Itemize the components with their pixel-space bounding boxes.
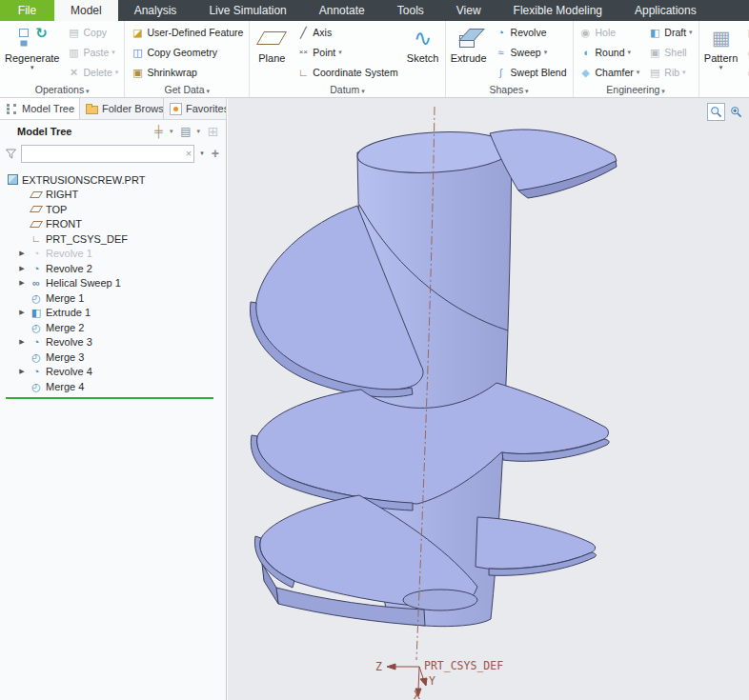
pattern-button[interactable]: Pattern▾ bbox=[701, 22, 741, 83]
coordinate-system-button[interactable]: Coordinate System bbox=[294, 64, 399, 81]
chamfer-button[interactable]: Chamfer▾ bbox=[577, 64, 642, 81]
expander-icon[interactable]: ▶ bbox=[17, 368, 27, 375]
tab-annotate[interactable]: Annotate bbox=[303, 0, 381, 21]
tree-item-merge-1[interactable]: Merge 1 bbox=[6, 290, 226, 306]
shrinkwrap-button[interactable]: Shrinkwrap bbox=[129, 64, 245, 81]
extrude-big-icon bbox=[451, 24, 487, 52]
group-label-get-data[interactable]: Get Data ▾ bbox=[127, 83, 247, 97]
expander-icon[interactable]: ▶ bbox=[17, 279, 27, 287]
shell-label: Shell bbox=[664, 47, 686, 58]
expander-icon[interactable]: ▶ bbox=[17, 338, 27, 346]
pattern-icon bbox=[704, 24, 739, 52]
expander-icon[interactable]: ▶ bbox=[17, 309, 27, 316]
tree-display-dropdown-icon[interactable]: ▾ bbox=[196, 128, 200, 135]
group-label-engineering[interactable]: Engineering ▾ bbox=[576, 83, 697, 97]
tree-item-label: EXTRUSIONSCREW.PRT bbox=[22, 174, 145, 186]
model-tree-header: Model Tree ▾ ▾ bbox=[0, 120, 226, 142]
swept-blend-button[interactable]: Swept Blend bbox=[493, 64, 569, 81]
dropdown-arrow-icon[interactable]: ▾ bbox=[30, 64, 34, 71]
revolve-icon bbox=[30, 263, 43, 274]
user-defined-feature-button[interactable]: User-Defined Feature bbox=[129, 24, 245, 41]
tab-flexible-modeling[interactable]: Flexible Modeling bbox=[497, 0, 618, 21]
tree-item-prt-csys-def[interactable]: PRT_CSYS_DEF bbox=[6, 231, 226, 247]
draft-button[interactable]: Draft▾ bbox=[646, 24, 694, 41]
tree-item-label: Helical Sweep 1 bbox=[46, 277, 121, 289]
zoom-window-button[interactable] bbox=[707, 103, 725, 121]
tree-item-merge-4[interactable]: Merge 4 bbox=[6, 379, 226, 394]
clear-search-icon[interactable]: × bbox=[186, 147, 192, 160]
mirror-button[interactable]: Mirror bbox=[744, 24, 749, 41]
expander-icon[interactable]: ▶ bbox=[17, 265, 27, 272]
tree-item-label: Merge 3 bbox=[46, 351, 84, 363]
tab-tools[interactable]: Tools bbox=[381, 0, 440, 21]
tree-item-top[interactable]: TOP bbox=[6, 202, 226, 217]
delete-button[interactable]: Delete▾ bbox=[66, 64, 121, 81]
tab-applications[interactable]: Applications bbox=[618, 0, 713, 21]
navigator-tab-model-tree[interactable]: Model Tree bbox=[0, 98, 80, 119]
hole-button[interactable]: Hole bbox=[577, 24, 642, 41]
tree-item-merge-3[interactable]: Merge 3 bbox=[6, 350, 226, 365]
dropdown-arrow-icon[interactable]: ▾ bbox=[719, 64, 723, 71]
tree-item-revolve-3[interactable]: ▶Revolve 3 bbox=[6, 335, 226, 350]
group-label-operations[interactable]: Operations ▾ bbox=[2, 83, 122, 97]
tab-file[interactable]: File bbox=[0, 0, 54, 21]
navigator-tab-label: Model Tree bbox=[22, 103, 74, 114]
add-filter-icon[interactable]: + bbox=[210, 147, 221, 160]
shell-button[interactable]: Shell bbox=[646, 44, 694, 61]
dropdown-arrow-icon: ▾ bbox=[111, 49, 115, 56]
tree-item-helical-sweep-1[interactable]: ▶Helical Sweep 1 bbox=[6, 276, 226, 291]
tab-live-simulation[interactable]: Live Simulation bbox=[192, 0, 302, 21]
trim-button[interactable]: Trim bbox=[744, 44, 749, 61]
tab-model[interactable]: Model bbox=[54, 0, 118, 21]
merge-button[interactable]: Merge bbox=[744, 64, 749, 81]
regenerate-button[interactable]: Regenerate▾ bbox=[2, 22, 63, 83]
graphics-viewport[interactable]: Z Y X PRT_CSYS_DEF bbox=[228, 98, 749, 700]
tree-item-right[interactable]: RIGHT bbox=[6, 188, 226, 203]
paste-button[interactable]: Paste▾ bbox=[66, 44, 121, 61]
revolve-icon bbox=[30, 336, 43, 348]
tree-item-extrusionscrew-prt[interactable]: EXTRUSIONSCREW.PRT bbox=[6, 172, 226, 188]
tree-item-revolve-2[interactable]: ▶Revolve 2 bbox=[6, 261, 226, 276]
copy-geometry-button[interactable]: Copy Geometry bbox=[129, 44, 245, 61]
point-label: Point bbox=[313, 47, 335, 58]
navigator-tab-folder-browser[interactable]: Folder Browser bbox=[80, 98, 164, 119]
tree-item-front[interactable]: FRONT bbox=[6, 217, 226, 232]
group-label-editing[interactable]: Editing ▾ bbox=[701, 83, 749, 97]
creo-window: File ModelAnalysisLive SimulationAnnotat… bbox=[0, 0, 749, 700]
copy-icon bbox=[68, 26, 81, 39]
revolve-button[interactable]: Revolve bbox=[493, 24, 569, 41]
sweep-button[interactable]: Sweep▾ bbox=[493, 44, 569, 61]
plane-button[interactable]: Plane bbox=[252, 22, 292, 83]
ribbon-group-editing: Pattern▾MirrorTrimMergeExtendOffsetInter… bbox=[699, 21, 749, 97]
tree-settings-dropdown-icon[interactable]: ▾ bbox=[170, 128, 173, 135]
search-dropdown-icon[interactable]: ▾ bbox=[198, 148, 206, 159]
tree-search-input[interactable] bbox=[21, 145, 194, 163]
paste-icon bbox=[68, 46, 81, 59]
expander-icon[interactable]: ▶ bbox=[17, 250, 27, 257]
round-button[interactable]: Round▾ bbox=[577, 44, 642, 61]
tree-display-icon[interactable] bbox=[178, 124, 192, 138]
tree-settings-icon[interactable] bbox=[152, 124, 166, 138]
group-dropdown-icon: ▾ bbox=[659, 88, 664, 94]
group-label-shapes[interactable]: Shapes ▾ bbox=[448, 83, 571, 97]
point-button[interactable]: Point▾ bbox=[294, 44, 399, 61]
navigator-tab-favorites[interactable]: Favorites bbox=[164, 98, 227, 119]
insert-here-line[interactable] bbox=[6, 397, 213, 399]
tab-view[interactable]: View bbox=[440, 0, 497, 21]
tree-item-revolve-4[interactable]: ▶Revolve 4 bbox=[6, 365, 226, 380]
copy-button[interactable]: Copy bbox=[66, 24, 121, 41]
group-label-datum[interactable]: Datum ▾ bbox=[252, 83, 442, 97]
filter-funnel-icon[interactable] bbox=[5, 148, 17, 160]
tab-analysis[interactable]: Analysis bbox=[118, 0, 193, 21]
dropdown-arrow-icon: ▾ bbox=[637, 69, 640, 76]
extrude-button[interactable]: Extrude bbox=[448, 22, 490, 83]
sketch-button[interactable]: Sketch bbox=[403, 22, 443, 83]
round-label: Round bbox=[596, 47, 625, 58]
axis-button[interactable]: Axis bbox=[294, 24, 399, 41]
rib-button[interactable]: Rib▾ bbox=[646, 64, 694, 81]
tree-item-merge-2[interactable]: Merge 2 bbox=[6, 320, 226, 335]
ribbon: Regenerate▾CopyPaste▾Delete▾Operations ▾… bbox=[0, 21, 749, 98]
zoom-in-button[interactable] bbox=[727, 103, 745, 121]
tree-item-revolve-1[interactable]: ▶Revolve 1 bbox=[6, 247, 226, 262]
tree-item-extrude-1[interactable]: ▶Extrude 1 bbox=[6, 306, 226, 321]
